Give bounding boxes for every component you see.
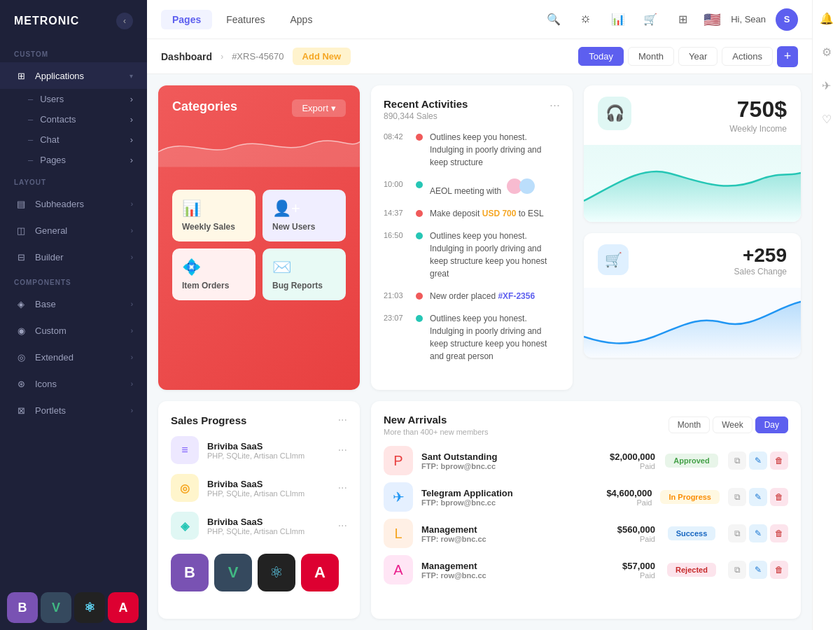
week-btn[interactable]: Week (713, 416, 752, 433)
sp-info: Briviba SaaS PHP, SQLite, Artisan CLImm (207, 517, 330, 536)
heart-icon[interactable]: ♡ (816, 108, 838, 130)
year-period-button[interactable]: Year (678, 47, 718, 66)
react-logo[interactable]: ⚛ (258, 554, 295, 592)
angular-logo[interactable]: A (301, 554, 339, 592)
add-button[interactable]: + (777, 46, 798, 67)
sidebar-item-label-portlets: Portlets (35, 405, 66, 416)
activity-item: 14:37 Make deposit USD 700 to ESL (384, 207, 560, 220)
sidebar-item-subheaders[interactable]: ▤ Subheaders › (0, 190, 147, 217)
sp-dots-icon[interactable]: ··· (338, 519, 347, 532)
cart-icon[interactable]: 🛒 (639, 8, 662, 31)
approved-badge: Approved (665, 454, 718, 468)
sidebar-item-extended[interactable]: ◎ Extended › (0, 344, 147, 370)
edit-button[interactable]: ✎ (749, 451, 767, 470)
avatar (519, 178, 535, 194)
export-button[interactable]: Export ▾ (292, 99, 346, 117)
flag-icon[interactable]: 🇺🇸 (704, 11, 721, 28)
sidebar-item-applications[interactable]: ⊞ Applications ▾ (0, 62, 147, 89)
month-period-button[interactable]: Month (628, 47, 674, 66)
sidebar-item-icons[interactable]: ⊛ Icons › (0, 370, 147, 397)
topnav-right: 🔍 ⛭ 📊 🛒 ⊞ 🇺🇸 Hi, Sean S (542, 8, 798, 31)
sidebar-collapse-button[interactable]: ‹ (116, 13, 133, 29)
item-orders-tile[interactable]: 💠 Item Orders (172, 248, 255, 300)
chevron-right-icon: › (131, 227, 133, 234)
tab-features[interactable]: Features (215, 10, 276, 29)
card-dots-icon[interactable]: ··· (338, 414, 347, 426)
sp-dots-icon[interactable]: ··· (338, 444, 347, 456)
sidebar-sub-label-pages: Pages (40, 155, 66, 165)
na-price: $560,000 (592, 524, 655, 535)
today-period-button[interactable]: Today (578, 47, 624, 66)
na-actions: ⧉ ✎ 🗑 (728, 561, 788, 579)
sp-tech: PHP, SQLite, Artisan CLImm (207, 451, 330, 460)
na-paid: Paid (592, 462, 655, 470)
telegram-logo: ✈ (384, 482, 413, 512)
sidebar-sub-item-contacts[interactable]: – Contacts › (0, 109, 147, 130)
edit-button[interactable]: ✎ (749, 488, 767, 506)
sp-dots-icon[interactable]: ··· (338, 482, 347, 494)
tab-pages[interactable]: Pages (161, 10, 212, 29)
sidebar-item-label-subheaders: Subheaders (35, 199, 84, 209)
bootstrap-framework-icon[interactable]: B (7, 592, 38, 623)
send-icon[interactable]: ✈ (816, 74, 838, 97)
sales-change-amount: +259 (734, 244, 787, 267)
category-grid: 📊 Weekly Sales 👤+ New Users 💠 Item Order… (172, 190, 346, 300)
order-ref: #XF-2356 (498, 291, 535, 301)
sidebar-sub-item-chat[interactable]: – Chat › (0, 130, 147, 150)
na-info: Sant Outstanding FTP: bprow@bnc.cc (421, 451, 584, 470)
na-item: A Management FTP: row@bnc.cc $57,000 Pai… (384, 555, 788, 584)
sidebar-item-base[interactable]: ◈ Base › (0, 290, 147, 317)
copy-button[interactable]: ⧉ (728, 488, 746, 506)
chart-icon[interactable]: 📊 (607, 8, 629, 31)
copy-button[interactable]: ⧉ (728, 451, 746, 470)
grid-icon[interactable]: ⊞ (671, 8, 694, 31)
user-avatar[interactable]: S (776, 8, 798, 31)
edit-button[interactable]: ✎ (749, 561, 767, 579)
day-btn[interactable]: Day (755, 416, 788, 433)
sidebar-item-general[interactable]: ◫ General › (0, 217, 147, 244)
na-amount: $2,000,000 Paid (592, 451, 655, 470)
sidebar-item-custom[interactable]: ◉ Custom › (0, 317, 147, 344)
na-amount: $57,000 Paid (592, 561, 655, 580)
vue-logo[interactable]: V (214, 554, 252, 592)
sp-name: Briviba SaaS (207, 479, 330, 489)
copy-button[interactable]: ⧉ (728, 524, 746, 542)
actions-button[interactable]: Actions (722, 47, 773, 66)
settings-icon[interactable]: ⚙ (816, 41, 838, 63)
new-users-tile[interactable]: 👤+ New Users (262, 190, 346, 241)
search-icon[interactable]: 🔍 (542, 8, 565, 31)
add-new-button[interactable]: Add New (293, 48, 351, 65)
delete-button[interactable]: 🗑 (770, 451, 788, 470)
sidebar-item-builder[interactable]: ⊟ Builder › (0, 244, 147, 270)
sant-logo: P (384, 446, 413, 475)
na-list: P Sant Outstanding FTP: bprow@bnc.cc $2,… (384, 446, 788, 584)
sidebar-item-portlets[interactable]: ⊠ Portlets › (0, 397, 147, 424)
vue-framework-icon[interactable]: V (41, 592, 71, 623)
angular-framework-icon[interactable]: A (108, 592, 139, 623)
success-badge: Success (668, 526, 716, 540)
delete-button[interactable]: 🗑 (770, 488, 788, 506)
card-menu-dots[interactable]: ··· (550, 98, 560, 113)
sidebar-sub-item-users[interactable]: – Users › (0, 89, 147, 109)
sidebar-item-label-extended: Extended (35, 352, 74, 363)
sidebar-sub-item-pages[interactable]: – Pages › (0, 150, 147, 170)
activity-dot-teal (416, 315, 423, 322)
rejected-badge: Rejected (667, 563, 716, 577)
bootstrap-logo[interactable]: B (171, 554, 209, 592)
sales-progress-title: Sales Progress (171, 414, 246, 426)
delete-button[interactable]: 🗑 (770, 524, 788, 542)
month-btn[interactable]: Month (668, 416, 710, 433)
weekly-sales-tile[interactable]: 📊 Weekly Sales (172, 190, 255, 241)
bug-reports-tile[interactable]: ✉️ Bug Reports (262, 248, 346, 300)
sidebar-item-label-general: General (35, 225, 67, 236)
bell-icon[interactable]: 🔔 (816, 7, 838, 29)
network-icon[interactable]: ⛭ (575, 8, 597, 31)
react-framework-icon[interactable]: ⚛ (74, 592, 105, 623)
bar-chart-icon: 📊 (182, 200, 201, 218)
base-icon: ◈ (14, 297, 28, 311)
copy-button[interactable]: ⧉ (728, 561, 746, 579)
tab-apps[interactable]: Apps (279, 10, 324, 29)
delete-button[interactable]: 🗑 (770, 561, 788, 579)
edit-button[interactable]: ✎ (749, 524, 767, 542)
na-period-buttons: Month Week Day (668, 416, 788, 433)
